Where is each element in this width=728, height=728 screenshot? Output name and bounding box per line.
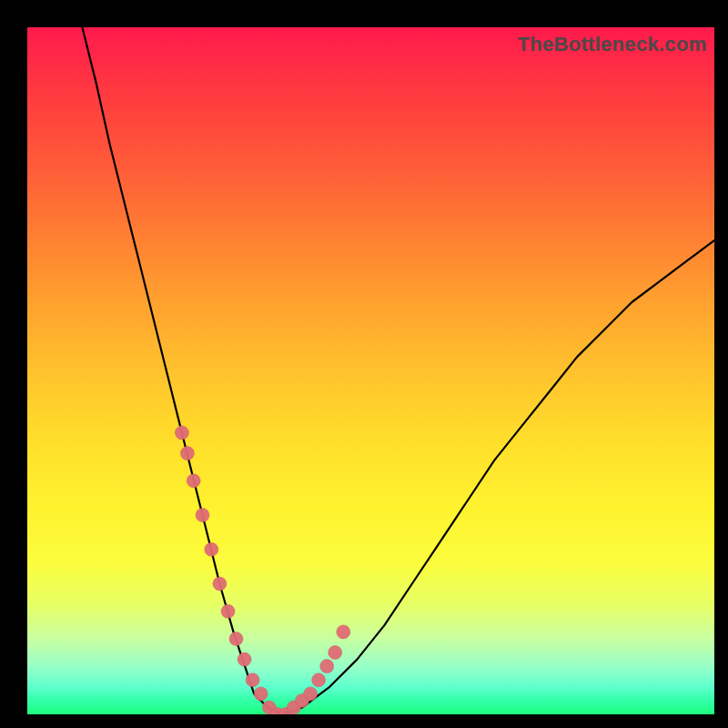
plot-area: TheBottleneck.com	[27, 27, 714, 714]
curve-marker	[229, 632, 243, 646]
curve-marker	[196, 509, 209, 522]
curve-marker	[175, 426, 188, 440]
curve-marker	[221, 604, 235, 618]
curve-marker	[180, 447, 194, 460]
curve-marker	[205, 542, 218, 556]
curve-marker	[304, 687, 318, 701]
curve-marker	[337, 625, 350, 639]
curve-marker	[238, 652, 251, 666]
watermark-text: TheBottleneck.com	[518, 33, 707, 56]
bottleneck-curve	[82, 27, 714, 714]
marker-group	[175, 426, 349, 714]
curve-marker	[320, 660, 334, 673]
curve-marker	[187, 474, 200, 488]
curve-marker	[312, 673, 326, 687]
curve-marker	[329, 646, 342, 660]
curve-marker	[246, 673, 259, 687]
curve-layer	[27, 27, 714, 714]
chart-frame: TheBottleneck.com	[0, 0, 728, 728]
curve-marker	[213, 577, 227, 591]
curve-marker	[254, 687, 268, 701]
